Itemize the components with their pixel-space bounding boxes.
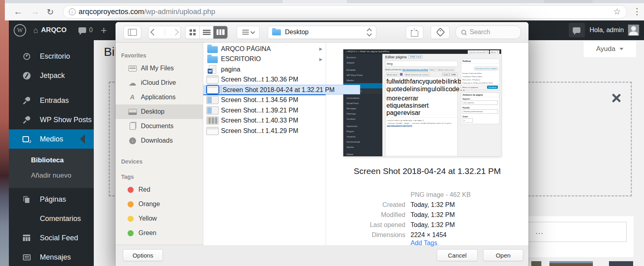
sidebar-item-icon xyxy=(22,72,31,80)
file-row[interactable]: ESCRITORIO ▶ xyxy=(203,54,326,65)
close-icon[interactable] xyxy=(611,93,621,103)
sidebar-item-icon: A xyxy=(128,94,137,101)
sidebar-item[interactable]: Páginas xyxy=(9,190,94,209)
back-chevron-icon[interactable] xyxy=(150,29,157,36)
sidebar-item[interactable]: Documents xyxy=(116,119,203,133)
media-grid-thumbnail[interactable] xyxy=(531,261,541,266)
icon-view-button[interactable] xyxy=(186,26,199,39)
column-view-button[interactable] xyxy=(213,26,227,39)
devices-header: Devices xyxy=(121,158,203,165)
back-icon[interactable]: ← xyxy=(14,7,23,16)
file-row[interactable]: Screen Shot...t 1.30.36 PM xyxy=(203,75,326,85)
tag-color-icon xyxy=(128,201,134,207)
sidebar-item-icon xyxy=(22,254,31,260)
file-name: Screen Shot 2018-04-24 at 1.32.21 PM xyxy=(221,85,360,94)
file-row[interactable]: Screen Shot...t 1.41.29 PM xyxy=(203,126,326,136)
sidebar-item[interactable]: ☁iCloud Drive xyxy=(116,76,203,90)
tag-item[interactable]: Red xyxy=(116,182,203,197)
screen: ← → ↻ i arqcoproyectos.com/wp-admin/uplo… xyxy=(0,0,644,266)
tag-item[interactable]: Yellow xyxy=(116,211,203,226)
submenu-item[interactable]: Biblioteca xyxy=(9,153,94,168)
thumb-sidebar: EscritorioJetpackEntradasWP Show PostsMe… xyxy=(343,54,382,156)
chevron-down-icon xyxy=(250,29,255,34)
file-row[interactable]: Screen Shot...t 1.40.33 PM xyxy=(203,116,326,126)
notification-bubble-icon xyxy=(573,27,580,33)
cancel-button[interactable]: Cancel xyxy=(437,249,478,261)
file-name: ESCRITORIO xyxy=(221,55,261,63)
sidebar-item[interactable]: Entradas xyxy=(9,91,94,110)
preview-metadata: CreatedToday, 1:32 PM ModifiedToday, 1:3… xyxy=(326,201,523,241)
tags-header: Tags xyxy=(121,174,203,180)
sidebar-item[interactable]: ↓Downloads xyxy=(116,133,203,148)
finder-sidebar: Favorites All My Files ☁iCloud Drive AAp… xyxy=(116,43,203,245)
sidebar-item[interactable]: WP Show Posts xyxy=(9,110,94,129)
sidebar-item-icon xyxy=(22,136,31,143)
bookmark-star-icon[interactable]: ☆ xyxy=(613,7,621,16)
metadata-row: Last openedToday, 1:32 PM xyxy=(326,221,523,229)
file-row[interactable]: Screen Shot...t 1.34.56 PM xyxy=(203,95,326,106)
sidebar-item[interactable]: Escritorio xyxy=(9,47,94,66)
location-popup[interactable]: Desktop xyxy=(268,26,376,39)
home-icon: ⌂ xyxy=(33,26,38,35)
url-bar[interactable]: i arqcoproyectos.com/wp-admin/upload.php… xyxy=(63,5,627,18)
file-icon xyxy=(206,117,219,125)
thumb-publish-rail: Publicar Vista previa de los cambios Est… xyxy=(461,55,500,124)
browser-tab-strip[interactable] xyxy=(5,0,644,3)
site-name-link[interactable]: ⌂ ARQCO xyxy=(33,26,66,35)
finder-toolbar: Desktop Search xyxy=(116,22,528,43)
sidebar-item[interactable]: AApplications xyxy=(116,90,203,104)
toggle-sidebar-button[interactable] xyxy=(124,26,141,39)
sidebar-item[interactable]: Mensajes xyxy=(9,248,94,266)
avatar[interactable] xyxy=(628,25,639,36)
browser-toolbar: ← → ↻ i arqcoproyectos.com/wp-admin/uplo… xyxy=(5,3,644,20)
sidebar-item[interactable]: Comentarios xyxy=(9,209,94,228)
file-row[interactable]: Screen Shot 2018-04-24 at 1.32.21 PM xyxy=(203,85,326,95)
add-tags-link[interactable]: Add Tags xyxy=(411,239,437,247)
file-icon xyxy=(206,45,219,53)
search-placeholder: Search xyxy=(470,29,490,36)
help-dropdown[interactable]: Ayuda xyxy=(584,41,636,57)
file-icon xyxy=(206,96,219,104)
file-row[interactable]: ARQCO PÁGINA ▶ xyxy=(203,44,326,54)
reload-icon[interactable]: ↻ xyxy=(47,8,54,16)
search-input[interactable]: Search xyxy=(455,25,521,39)
list-view-button[interactable] xyxy=(199,26,213,39)
sidebar-item[interactable]: Jetpack xyxy=(9,66,94,85)
tag-item[interactable]: Orange xyxy=(116,197,203,211)
comment-bubble-icon xyxy=(78,27,86,33)
history-nav-group xyxy=(148,26,181,39)
file-row[interactable]: pagina xyxy=(203,64,326,75)
tag-color-icon xyxy=(128,187,134,193)
new-content-icon[interactable]: + xyxy=(101,24,107,37)
share-button[interactable] xyxy=(406,26,423,39)
sidebar-item[interactable]: Social Feed xyxy=(9,228,94,248)
page-info-icon[interactable]: i xyxy=(69,8,76,15)
open-button[interactable]: Open xyxy=(483,249,523,261)
tag-button[interactable] xyxy=(431,26,450,39)
user-greeting[interactable]: Hola, admin xyxy=(590,27,624,34)
arrange-button[interactable] xyxy=(237,26,260,39)
share-icon xyxy=(411,31,418,37)
tag-item[interactable]: Green xyxy=(116,226,203,240)
sidebar-item[interactable]: All My Files xyxy=(116,61,203,76)
browser-menu-icon[interactable]: ⋮ xyxy=(633,6,642,17)
options-button[interactable]: Options xyxy=(123,249,163,261)
sidebar-item[interactable]: Desktop xyxy=(116,104,203,119)
wordpress-logo-icon[interactable]: W xyxy=(14,24,26,37)
sidebar-item-icon xyxy=(128,123,137,130)
wp-sidebar: Escritorio Jetpack Entradas WP Show Post… xyxy=(9,40,94,266)
comments-shortcut[interactable]: 0 xyxy=(78,27,93,34)
sidebar-item-icon xyxy=(128,65,137,72)
disclosure-arrow-icon: ▶ xyxy=(319,47,322,51)
sidebar-item-icon: ↓ xyxy=(128,137,137,144)
forward-icon[interactable]: → xyxy=(31,7,39,16)
notification-bubble-tile[interactable] xyxy=(569,23,585,37)
dialog-footer: Options Cancel Open xyxy=(116,245,528,266)
media-grid-thumbnail[interactable] xyxy=(549,261,593,266)
file-row[interactable]: Screen Shot...t 1.39.21 PM xyxy=(203,105,326,116)
forward-chevron-icon[interactable] xyxy=(172,29,179,36)
submenu-item[interactable]: Añadir nuevo xyxy=(9,168,94,183)
file-name: pagina xyxy=(221,66,240,73)
media-grid-thumbnail[interactable] xyxy=(609,261,633,266)
preview-column: ⌂ ARQCO 0 + Añadir Ver página UpdraftPlu… xyxy=(326,43,528,245)
